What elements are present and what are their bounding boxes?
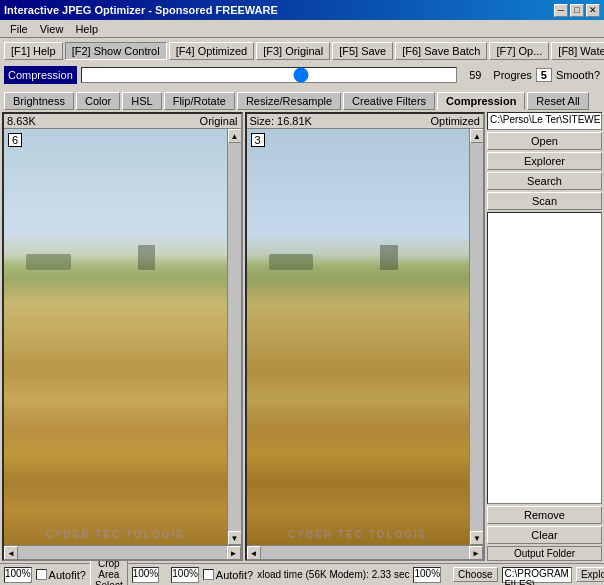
original-vscrollbar[interactable]: ▲ ▼ — [227, 129, 241, 545]
optimized-hscroll-track — [261, 546, 470, 559]
optimized-scroll-down[interactable]: ▼ — [470, 531, 483, 545]
original-scroll-left[interactable]: ◄ — [4, 546, 18, 560]
tab-reset[interactable]: Reset All — [527, 92, 588, 110]
save-button[interactable]: [F5] Save — [332, 42, 393, 60]
menu-view[interactable]: View — [34, 22, 70, 36]
optimized-button[interactable]: [F4] Optimized — [169, 42, 255, 60]
original-panel-body: 6 CYBER TEC TOLOGIE ▲ ▼ — [4, 129, 241, 545]
clear-button[interactable]: Clear — [487, 526, 602, 544]
optimized-zoom: 100% — [171, 567, 199, 583]
original-zoom2: 100% — [132, 567, 160, 583]
explorer-button[interactable]: Explorer — [487, 152, 602, 170]
compression-row: Compression 59 Progres 5 Smooth? — [0, 64, 604, 86]
maximize-button[interactable]: □ — [570, 4, 584, 17]
save-batch-button[interactable]: [F6] Save Batch — [395, 42, 487, 60]
tab-color[interactable]: Color — [76, 92, 120, 110]
output-folder-label: Output Folder — [487, 546, 602, 561]
optimized-vscrollbar[interactable]: ▲ ▼ — [469, 129, 483, 545]
search-button[interactable]: Search — [487, 172, 602, 190]
open-button[interactable]: Open — [487, 132, 602, 150]
options-button[interactable]: [F7] Op... — [489, 42, 549, 60]
watermark-left: CYBER TEC TOLOGIE — [4, 529, 227, 540]
file-path: C:\Perso\Le Ter\SITEWEB\images\le... — [487, 112, 602, 130]
choose-button[interactable]: Choose — [453, 567, 497, 582]
tab-creative[interactable]: Creative Filters — [343, 92, 435, 110]
optimized-scroll-left[interactable]: ◄ — [247, 546, 261, 560]
menu-bar: File View Help — [0, 20, 604, 38]
optimized-scroll-track — [470, 143, 483, 531]
original-panel-header: 8.63K Original — [4, 114, 241, 129]
panels-area: 8.63K Original 6 CYBER TEC TOLOGIE ▲ — [0, 110, 604, 563]
bottom-bar: 100% Autofit? Crop Area Select 100% 100%… — [0, 563, 604, 585]
remove-button[interactable]: Remove — [487, 506, 602, 524]
optimized-panel-header: Size: 16.81K Optimized — [247, 114, 484, 129]
tab-flip-rotate[interactable]: Flip/Rotate — [164, 92, 235, 110]
minimize-button[interactable]: ─ — [554, 4, 568, 17]
original-scroll-up[interactable]: ▲ — [228, 129, 241, 143]
autofit-checkbox-right[interactable] — [203, 569, 214, 580]
original-hscrollbar[interactable]: ◄ ► — [4, 545, 241, 559]
window-title: Interactive JPEG Optimizer - Sponsored F… — [4, 4, 278, 16]
original-scroll-down[interactable]: ▼ — [228, 531, 241, 545]
window-controls: ─ □ ✕ — [554, 4, 600, 17]
original-panel: 8.63K Original 6 CYBER TEC TOLOGIE ▲ — [2, 112, 243, 561]
panel-badge-6: 6 — [8, 133, 22, 147]
compression-label: Compression — [4, 66, 77, 84]
compression-value: 59 — [461, 69, 489, 81]
file-list — [487, 212, 602, 504]
modem-text: xload time (56K Modem): 2.33 sec — [257, 569, 409, 580]
panel-badge-3: 3 — [251, 133, 265, 147]
optimized-panel-body: 3 CYBER TEC TOLOGIE ▲ ▼ — [247, 129, 484, 545]
right-buttons: Open Explorer Search Scan — [487, 132, 602, 210]
tabs-row: Brightness Color HSL Flip/Rotate Resize/… — [0, 86, 604, 110]
autofit-label-right: Autofit? — [216, 569, 253, 581]
original-button[interactable]: [F3] Original — [256, 42, 330, 60]
tab-compression[interactable]: Compression — [437, 92, 525, 110]
progress-label: Progres — [493, 69, 532, 81]
watermark-button[interactable]: [F8] Water... — [551, 42, 604, 60]
output-path: C:\PROGRAM FILES\ — [502, 567, 572, 583]
optimized-autofit[interactable]: Autofit? — [203, 569, 253, 581]
right-panel: C:\Perso\Le Ter\SITEWEB\images\le... Ope… — [487, 112, 602, 561]
optimized-zoom2: 100% — [413, 567, 441, 583]
optimized-label: Optimized — [430, 115, 480, 127]
tab-hsl[interactable]: HSL — [122, 92, 161, 110]
smooth-label: Smooth? — [556, 69, 600, 81]
optimized-scroll-right[interactable]: ► — [469, 546, 483, 560]
explore-button[interactable]: Explore — [576, 567, 604, 582]
autofit-checkbox-left[interactable] — [36, 569, 47, 580]
autofit-label-left: Autofit? — [49, 569, 86, 581]
tab-resize[interactable]: Resize/Resample — [237, 92, 341, 110]
optimized-size: Size: 16.81K — [250, 115, 312, 127]
close-button[interactable]: ✕ — [586, 4, 600, 17]
menu-help[interactable]: Help — [69, 22, 104, 36]
optimized-hscrollbar[interactable]: ◄ ► — [247, 545, 484, 559]
tab-brightness[interactable]: Brightness — [4, 92, 74, 110]
original-zoom: 100% — [4, 567, 32, 583]
compression-slider[interactable] — [81, 67, 458, 83]
original-scroll-right[interactable]: ► — [227, 546, 241, 560]
optimized-scroll-up[interactable]: ▲ — [470, 129, 483, 143]
original-scroll-track — [228, 143, 241, 531]
menu-file[interactable]: File — [4, 22, 34, 36]
original-autofit[interactable]: Autofit? — [36, 569, 86, 581]
optimized-panel: Size: 16.81K Optimized 3 CYBER TEC TOLOG… — [245, 112, 486, 561]
scan-button[interactable]: Scan — [487, 192, 602, 210]
original-image-area: 6 CYBER TEC TOLOGIE — [4, 129, 227, 545]
show-control-button[interactable]: [F2] Show Control — [65, 42, 167, 60]
toolbar: [F1] Help [F2] Show Control [F4] Optimiz… — [0, 38, 604, 64]
original-size: 8.63K — [7, 115, 36, 127]
optimized-image-area: 3 CYBER TEC TOLOGIE — [247, 129, 470, 545]
watermark-right: CYBER TEC TOLOGIE — [247, 529, 470, 540]
progress-number: 5 — [536, 68, 552, 82]
original-label: Original — [200, 115, 238, 127]
title-bar: Interactive JPEG Optimizer - Sponsored F… — [0, 0, 604, 20]
help-button[interactable]: [F1] Help — [4, 42, 63, 60]
original-hscroll-track — [18, 546, 227, 559]
